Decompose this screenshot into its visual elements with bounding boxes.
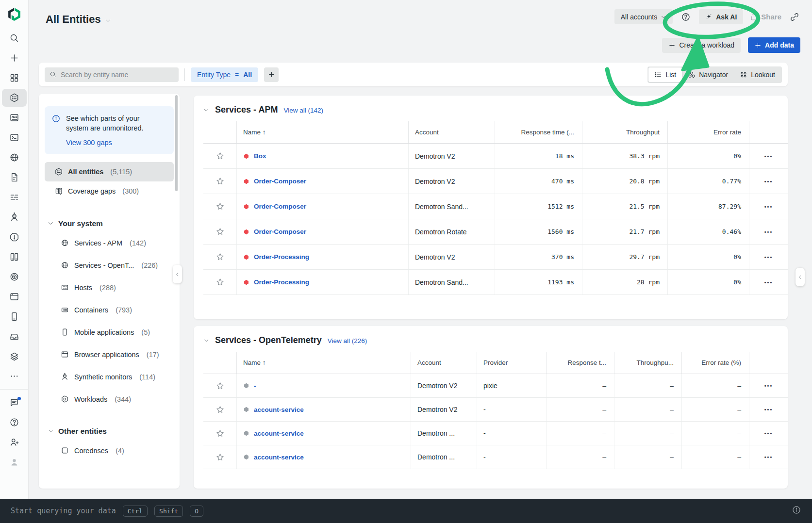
left-panel-scrollbar[interactable] bbox=[175, 95, 178, 191]
entity-link[interactable]: Order-Composer bbox=[254, 203, 306, 210]
entity-link[interactable]: Order-Composer bbox=[254, 228, 306, 235]
ask-ai-button[interactable]: Ask AI bbox=[699, 9, 743, 24]
copy-link-button[interactable] bbox=[788, 11, 801, 23]
rail-help-button[interactable] bbox=[0, 412, 29, 432]
favorite-star-button[interactable] bbox=[203, 219, 237, 244]
entity-type-filter-chip[interactable]: Entity Type = All bbox=[191, 67, 258, 82]
column-header-error-rate[interactable]: Error rate bbox=[668, 121, 749, 143]
chevron-down-icon[interactable] bbox=[203, 338, 209, 343]
column-header-account[interactable]: Account bbox=[411, 352, 477, 374]
row-actions-button[interactable]: ••• bbox=[749, 169, 788, 194]
row-actions-button[interactable]: ••• bbox=[749, 245, 788, 269]
rail-apm-button[interactable] bbox=[0, 108, 29, 128]
favorite-star-button[interactable] bbox=[203, 422, 237, 445]
entity-link[interactable]: Box bbox=[254, 152, 266, 160]
row-actions-button[interactable]: ••• bbox=[749, 445, 788, 469]
rail-browse-data-button[interactable] bbox=[0, 147, 29, 167]
brand-logo[interactable] bbox=[6, 6, 22, 22]
column-header-response-time[interactable]: Response time (... bbox=[495, 121, 582, 143]
help-button[interactable] bbox=[679, 11, 692, 23]
favorite-star-button[interactable] bbox=[203, 398, 237, 421]
share-button[interactable]: Share bbox=[750, 13, 781, 21]
rail-synthetics-button[interactable] bbox=[0, 207, 29, 227]
sidebar-item-hosts[interactable]: Hosts(288) bbox=[45, 277, 174, 299]
rail-mobile-button[interactable] bbox=[0, 247, 29, 267]
user-avatar[interactable] bbox=[0, 452, 29, 472]
rail-documents-button[interactable] bbox=[0, 167, 29, 187]
column-header-account[interactable]: Account bbox=[409, 121, 495, 143]
favorite-star-button[interactable] bbox=[203, 270, 237, 294]
column-header-throughput[interactable]: Throughpu... bbox=[614, 352, 682, 374]
rail-stack-button[interactable] bbox=[0, 346, 29, 366]
query-bar-info-button[interactable] bbox=[792, 505, 801, 517]
add-filter-button[interactable] bbox=[264, 67, 279, 82]
column-header-response-time[interactable]: Response t... bbox=[547, 352, 614, 374]
query-bar[interactable]: Start querying your data Ctrl Shift O bbox=[0, 499, 812, 523]
view-all-link[interactable]: View all (226) bbox=[328, 337, 367, 344]
entity-link[interactable]: Order-Processing bbox=[254, 253, 309, 261]
favorite-star-button[interactable] bbox=[203, 144, 237, 168]
favorite-star-button[interactable] bbox=[203, 245, 237, 269]
rail-feedback-button[interactable] bbox=[0, 392, 29, 412]
entity-link[interactable]: Order-Composer bbox=[254, 178, 306, 185]
favorite-star-button[interactable] bbox=[203, 445, 237, 469]
rail-dashboards-button[interactable] bbox=[0, 68, 29, 88]
rail-inbox-button[interactable] bbox=[0, 327, 29, 346]
rail-query-console-button[interactable] bbox=[0, 128, 29, 147]
sidebar-item-mobile-apps[interactable]: Mobile applications(5) bbox=[45, 321, 174, 343]
column-header-name[interactable]: Name ↑ bbox=[237, 352, 411, 374]
chevron-down-icon[interactable] bbox=[203, 107, 209, 113]
view-gaps-link[interactable]: View 300 gaps bbox=[66, 139, 112, 147]
sidebar-item-all-entities[interactable]: All entities (5,115) bbox=[45, 162, 174, 181]
page-title[interactable]: All Entities bbox=[46, 13, 111, 26]
view-option-navigator[interactable]: Navigator bbox=[682, 67, 734, 82]
section-other-entities[interactable]: Other entities bbox=[45, 423, 174, 440]
row-actions-button[interactable]: ••• bbox=[749, 219, 788, 244]
column-header-name[interactable]: Name ↑ bbox=[237, 121, 409, 143]
sidebar-item-containers[interactable]: Containers(793) bbox=[45, 299, 174, 321]
rail-invite-user-button[interactable] bbox=[0, 432, 29, 452]
view-option-lookout[interactable]: Lookout bbox=[734, 67, 781, 82]
entity-search-input[interactable] bbox=[61, 71, 174, 79]
entity-link[interactable]: account-service bbox=[254, 406, 304, 413]
view-option-list[interactable]: List bbox=[648, 67, 682, 82]
sidebar-item-services-otel[interactable]: Services - OpenT...(226) bbox=[45, 254, 174, 277]
sidebar-item-corednses[interactable]: Corednses(4) bbox=[45, 440, 174, 462]
column-header-error-rate[interactable]: Error rate (%) bbox=[682, 352, 749, 374]
section-your-system[interactable]: Your system bbox=[45, 215, 174, 232]
row-actions-button[interactable]: ••• bbox=[749, 374, 788, 397]
row-actions-button[interactable]: ••• bbox=[749, 422, 788, 445]
sidebar-item-browser-apps[interactable]: Browser applications(17) bbox=[45, 343, 174, 366]
rail-logs-button[interactable] bbox=[0, 187, 29, 207]
sidebar-item-synthetic-monitors[interactable]: Synthetic monitors(114) bbox=[45, 366, 174, 388]
entity-link[interactable]: account-service bbox=[254, 454, 304, 461]
column-header-throughput[interactable]: Throughput bbox=[582, 121, 668, 143]
favorite-star-button[interactable] bbox=[203, 169, 237, 194]
row-actions-button[interactable]: ••• bbox=[749, 144, 788, 168]
rail-mobile-apps-button[interactable] bbox=[0, 307, 29, 327]
collapse-left-panel-handle[interactable] bbox=[173, 265, 182, 283]
add-data-button[interactable]: Add data bbox=[748, 37, 800, 53]
entity-link[interactable]: account-service bbox=[254, 430, 304, 437]
row-actions-button[interactable]: ••• bbox=[749, 194, 788, 219]
rail-workloads-button[interactable] bbox=[0, 267, 29, 287]
entity-link[interactable]: Order-Processing bbox=[254, 278, 309, 286]
view-all-link[interactable]: View all (142) bbox=[283, 107, 323, 114]
sidebar-item-services-apm[interactable]: Services - APM(142) bbox=[45, 232, 174, 254]
create-workload-button[interactable]: Create a workload bbox=[662, 38, 741, 53]
row-actions-button[interactable]: ••• bbox=[749, 270, 788, 294]
favorite-star-button[interactable] bbox=[203, 194, 237, 219]
row-actions-button[interactable]: ••• bbox=[749, 398, 788, 421]
rail-search-button[interactable] bbox=[0, 28, 29, 48]
entity-link[interactable]: - bbox=[254, 382, 256, 390]
sidebar-item-workloads[interactable]: Workloads(344) bbox=[45, 388, 174, 410]
sidebar-item-coverage-gaps[interactable]: Coverage gaps (300) bbox=[45, 181, 174, 201]
rail-more-button[interactable] bbox=[0, 366, 29, 386]
rail-alerts-button[interactable] bbox=[0, 227, 29, 247]
rail-browser-apps-button[interactable] bbox=[0, 287, 29, 307]
rail-all-entities-button[interactable] bbox=[0, 88, 29, 108]
account-picker-button[interactable]: All accounts bbox=[614, 9, 673, 24]
collapse-right-handle[interactable] bbox=[795, 268, 805, 286]
entity-search[interactable] bbox=[45, 67, 179, 82]
rail-add-button[interactable] bbox=[0, 48, 29, 68]
